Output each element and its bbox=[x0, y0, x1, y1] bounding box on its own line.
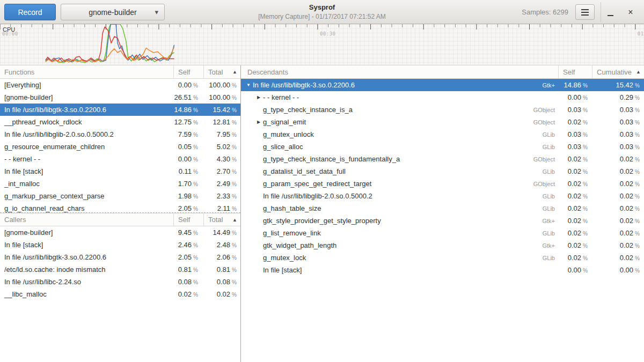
functions-table-header: Functions Self Total ▲ bbox=[0, 65, 240, 79]
tree-row[interactable]: ▶g_signal_emitGObject0.02%0.03% bbox=[241, 116, 644, 128]
table-row[interactable]: [Everything]0.00%100.00% bbox=[0, 79, 240, 91]
percent-sign: % bbox=[232, 132, 237, 138]
tree-row[interactable]: g_type_check_instance_is_fundamentally_a… bbox=[241, 153, 644, 165]
library-badge: Gtk+ bbox=[538, 218, 558, 224]
percent-sign: % bbox=[583, 181, 588, 187]
percent-sign: % bbox=[193, 169, 198, 175]
tree-row[interactable]: g_datalist_id_set_data_fullGLib0.02%0.02… bbox=[241, 165, 644, 178]
percent-sign: % bbox=[232, 242, 237, 248]
table-row[interactable]: In file /usr/lib/libglib-2.0.so.0.5000.2… bbox=[0, 128, 240, 141]
symbol-name-cell: gtk_widget_path_lengthGtk+ bbox=[241, 241, 558, 249]
cumulative-value: 0.02% bbox=[592, 180, 644, 188]
table-row[interactable]: g_markup_parse_context_parse1.98%2.33% bbox=[0, 190, 240, 202]
total-value: 15.42% bbox=[203, 106, 240, 114]
total-column-header[interactable]: Total ▲ bbox=[203, 65, 240, 78]
self-value: 7.59% bbox=[173, 130, 203, 138]
table-row[interactable]: g_io_channel_read_chars2.05%2.11% bbox=[0, 202, 240, 213]
tree-row[interactable]: g_mutex_lockGLib0.02%0.02% bbox=[241, 252, 644, 264]
callers-column-header[interactable]: Callers bbox=[0, 213, 173, 226]
cpu-chart-svg bbox=[0, 24, 644, 65]
tree-row[interactable]: ▶- - kernel - -0.00%0.29% bbox=[241, 91, 644, 104]
percent-sign: % bbox=[635, 157, 640, 162]
self-value: 2.05% bbox=[173, 204, 203, 212]
tree-row[interactable]: g_param_spec_get_redirect_targetGObject0… bbox=[241, 178, 644, 190]
target-process-dropdown[interactable]: gnome-builder ▾ bbox=[61, 4, 165, 20]
tree-row[interactable]: ▼In file /usr/lib/libgtk-3.so.0.2200.6Gt… bbox=[241, 79, 644, 91]
tree-row[interactable]: g_slice_allocGLib0.03%0.03% bbox=[241, 141, 644, 153]
cumulative-value: 0.02% bbox=[592, 192, 644, 200]
percent-sign: % bbox=[232, 255, 237, 261]
self-column-header[interactable]: Self bbox=[173, 213, 203, 226]
cumulative-column-header[interactable]: Cumulative ▲ bbox=[592, 65, 644, 78]
table-row[interactable]: In file [stack]0.11%2.70% bbox=[0, 165, 240, 178]
total-value: 0.02% bbox=[203, 290, 240, 298]
functions-column-header[interactable]: Functions bbox=[0, 65, 173, 78]
table-row[interactable]: [gnome-builder]26.51%100.00% bbox=[0, 91, 240, 104]
cumulative-value: 0.02% bbox=[592, 155, 644, 163]
table-row[interactable]: [gnome-builder]9.45%14.49% bbox=[0, 226, 240, 239]
self-value: 0.03% bbox=[558, 106, 592, 114]
tree-row[interactable]: g_hash_table_sizeGLib0.02%0.02% bbox=[241, 202, 644, 215]
self-value: 0.02% bbox=[558, 204, 592, 212]
self-value: 0.11% bbox=[173, 167, 203, 175]
table-row[interactable]: /etc/ld.so.cache: inode mismatch0.81%0.8… bbox=[0, 263, 240, 276]
percent-sign: % bbox=[232, 194, 237, 200]
table-row[interactable]: __pthread_rwlock_rdlock12.75%12.81% bbox=[0, 116, 240, 128]
symbol-name: g_list_remove_link bbox=[263, 229, 321, 237]
table-row[interactable]: In file [stack]2.46%2.48% bbox=[0, 239, 240, 251]
self-value: 1.70% bbox=[173, 180, 203, 188]
cumulative-value: 0.29% bbox=[592, 93, 644, 101]
percent-sign: % bbox=[635, 95, 640, 101]
table-row[interactable]: In file /usr/lib/libgtk-3.so.0.2200.62.0… bbox=[0, 251, 240, 263]
cumulative-value: 0.02% bbox=[592, 229, 644, 237]
symbol-name: /etc/ld.so.cache: inode mismatch bbox=[0, 265, 173, 274]
self-column-header[interactable]: Self bbox=[173, 65, 203, 78]
symbol-name: gtk_widget_path_length bbox=[263, 241, 336, 249]
record-button[interactable]: Record bbox=[4, 4, 56, 20]
symbol-name: g_mutex_unlock bbox=[263, 130, 314, 138]
total-column-header[interactable]: Total ▲ bbox=[203, 213, 240, 226]
self-value: 1.98% bbox=[173, 192, 203, 200]
percent-sign: % bbox=[193, 181, 198, 187]
table-row[interactable]: - - kernel - -0.00%4.30% bbox=[0, 153, 240, 165]
tree-row[interactable]: In file /usr/lib/libglib-2.0.so.0.5000.2… bbox=[241, 190, 644, 202]
self-value: 0.03% bbox=[558, 143, 592, 151]
symbol-name: In file /usr/lib/libglib-2.0.so.0.5000.2 bbox=[263, 192, 372, 200]
collapsed-triangle-icon[interactable]: ▶ bbox=[254, 95, 263, 100]
descendants-column-header[interactable]: Descendants bbox=[241, 65, 558, 78]
tree-row[interactable]: g_mutex_unlockGLib0.03%0.03% bbox=[241, 128, 644, 141]
expanded-triangle-icon[interactable]: ▼ bbox=[244, 83, 253, 87]
total-value: 2.49% bbox=[203, 180, 240, 188]
tree-row[interactable]: g_list_remove_linkGLib0.02%0.02% bbox=[241, 227, 644, 239]
self-column-header[interactable]: Self bbox=[558, 65, 592, 78]
percent-sign: % bbox=[232, 181, 237, 187]
tree-row[interactable]: gtk_style_provider_get_style_propertyGtk… bbox=[241, 215, 644, 227]
table-row[interactable]: g_resource_enumerate_children0.05%5.02% bbox=[0, 141, 240, 153]
close-button[interactable]: × bbox=[623, 4, 639, 20]
tree-row[interactable]: In file [stack]0.00%0.00% bbox=[241, 264, 644, 276]
symbol-name-cell: ▶g_signal_emitGObject bbox=[241, 118, 558, 126]
table-row[interactable]: __libc_malloc0.02%0.02% bbox=[0, 288, 240, 300]
minimize-button[interactable] bbox=[602, 4, 618, 20]
tree-row[interactable]: gtk_widget_path_lengthGtk+0.02%0.02% bbox=[241, 239, 644, 252]
symbol-name-cell: g_type_check_instance_is_fundamentally_a… bbox=[241, 155, 558, 163]
symbol-name: gtk_style_provider_get_style_property bbox=[263, 217, 381, 225]
symbol-name: - - kernel - - bbox=[263, 93, 299, 101]
table-row[interactable]: In file /usr/lib/libc-2.24.so0.08%0.08% bbox=[0, 276, 240, 288]
table-row[interactable]: _int_malloc1.70%2.49% bbox=[0, 178, 240, 190]
cumulative-value: 0.03% bbox=[592, 130, 644, 138]
total-value: 2.48% bbox=[203, 241, 240, 249]
self-value: 0.02% bbox=[558, 155, 592, 163]
percent-sign: % bbox=[635, 132, 640, 138]
percent-sign: % bbox=[232, 83, 237, 88]
left-pane: Functions Self Total ▲ [Everything]0.00%… bbox=[0, 65, 240, 362]
total-value: 4.30% bbox=[203, 155, 240, 163]
menu-button[interactable] bbox=[575, 4, 595, 20]
percent-sign: % bbox=[583, 218, 588, 224]
tree-row[interactable]: g_type_check_instance_is_aGObject0.03%0.… bbox=[241, 104, 644, 116]
cumulative-value: 0.02% bbox=[592, 204, 644, 212]
cpu-graph[interactable]: CPU 00:0000:3001:00 bbox=[0, 24, 644, 65]
table-row[interactable]: In file /usr/lib/libgtk-3.so.0.2200.614.… bbox=[0, 104, 240, 116]
collapsed-triangle-icon[interactable]: ▶ bbox=[254, 120, 263, 124]
total-value: 5.02% bbox=[203, 143, 240, 151]
